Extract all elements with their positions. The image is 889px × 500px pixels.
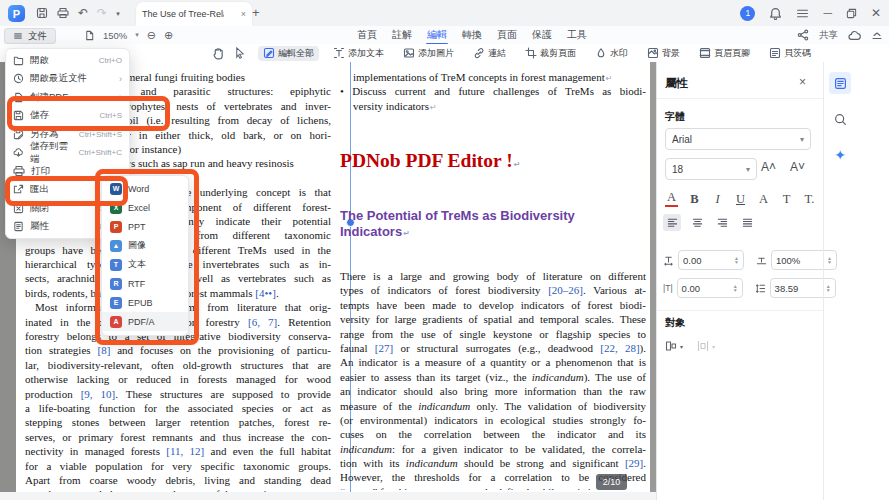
hand-tool-icon[interactable]	[212, 47, 225, 60]
object-section-label: 對象	[665, 316, 685, 330]
h-scale-input[interactable]: 100%▲▼	[771, 250, 837, 270]
share-label[interactable]: 共享	[819, 29, 838, 42]
new-tab-button[interactable]: +	[252, 5, 260, 20]
print-icon[interactable]	[57, 7, 69, 19]
ribbon-tab-頁面[interactable]: 頁面	[496, 26, 518, 44]
increase-font-icon[interactable]: A˄	[761, 160, 776, 174]
document-text-line: versity for large gradients of spatial a…	[340, 312, 646, 326]
sidebar-rail: ✦	[827, 72, 853, 166]
restore-button[interactable]	[846, 8, 857, 19]
highlight-frame-submenu	[95, 169, 199, 345]
document-text-line: nectivity in managed forests [11, 12] an…	[25, 444, 331, 458]
link-button[interactable]: 連結	[468, 46, 511, 61]
save-doc-icon[interactable]	[36, 7, 48, 19]
notification-badge[interactable]: 1	[740, 6, 755, 21]
font-color-button[interactable]: A	[665, 190, 678, 207]
font-size-value: 18	[672, 164, 683, 175]
ribbon-tab-首頁[interactable]: 首頁	[356, 26, 378, 44]
document-text-line: a life-boating function for the associat…	[25, 401, 331, 415]
ribbon-tab-保護[interactable]: 保護	[531, 26, 553, 44]
titlebar: P ↶↷▾ The Use of Tree-Relate... * × + 1 …	[0, 0, 889, 27]
undo-icon[interactable]: ↶	[78, 7, 88, 19]
caret-down-icon[interactable]: ▾	[116, 10, 120, 17]
baseline-shift-icon: |T|	[663, 283, 673, 293]
highlight-frame-save	[7, 96, 170, 131]
italic-button[interactable]: I	[711, 192, 724, 207]
properties-icon	[13, 221, 24, 232]
cloud-icon[interactable]	[848, 29, 861, 42]
baseline-shift-input[interactable]: 0.00▲▼	[677, 278, 743, 298]
bold-button[interactable]: B	[688, 192, 701, 207]
share-icon[interactable]	[797, 29, 809, 41]
search-icon[interactable]	[829, 108, 851, 130]
menu-icon[interactable]	[796, 7, 809, 20]
share-group: 共享	[797, 26, 883, 44]
tab-close-icon[interactable]: ×	[241, 9, 246, 19]
zoom-controls: 150% ▾ ⊖ ⊕	[84, 26, 173, 44]
ribbon-tab-轉換[interactable]: 轉換	[461, 26, 483, 44]
edit-all-icon	[263, 47, 275, 59]
align-right-icon[interactable]	[713, 214, 731, 231]
ai-sparkle-icon[interactable]: ✦	[829, 144, 851, 166]
background-button[interactable]: 背景	[642, 46, 685, 61]
document-text-line: implementations of TreM concepts in fore…	[340, 70, 646, 84]
ribbon-tab-編輯[interactable]: 編輯	[426, 26, 448, 44]
bates-button[interactable]: 貝茨碼	[764, 46, 816, 61]
align-center-icon[interactable]	[688, 214, 706, 231]
decrease-font-icon[interactable]: A˅	[790, 160, 805, 174]
subscript-button[interactable]: T.	[803, 192, 816, 207]
menu-item-開啟最近文件[interactable]: 開啟最近文件›	[6, 70, 129, 89]
document-text-line: easier to assess than its target (viz., …	[340, 370, 646, 384]
divider	[657, 310, 823, 311]
select-tool-icon[interactable]	[234, 47, 245, 59]
page-number-badge: 2/10	[596, 474, 627, 490]
superscript-button[interactable]: T	[780, 192, 793, 207]
add-text-button[interactable]: 添加文本	[328, 46, 389, 61]
close-button[interactable]: ✕	[871, 6, 881, 20]
add-text-icon	[333, 47, 345, 59]
menu-item-儲存到雲端[interactable]: 儲存到雲端Ctrl+Shift+C	[6, 144, 129, 163]
zoom-in-icon[interactable]: ⊕	[164, 29, 173, 42]
text-stroke-button[interactable]: A	[757, 192, 770, 207]
underline-button[interactable]: U	[734, 192, 747, 207]
bell-icon[interactable]	[769, 7, 782, 20]
document-text-line: tempts have been made to develop indicat…	[340, 298, 646, 312]
redo-icon[interactable]: ↷	[97, 7, 107, 19]
chevron-down-icon: ▾	[746, 165, 750, 174]
zoom-level[interactable]: 150%	[103, 30, 127, 41]
zoom-out-icon[interactable]: ⊖	[147, 29, 156, 42]
font-family-value: Arial	[672, 134, 692, 145]
ribbon-tabs: 首頁註解編輯轉換頁面保護工具	[356, 26, 588, 44]
char-spacing-row: 0.00▲▼ 100%▲▼	[663, 250, 837, 270]
object-align-button[interactable]: ▾	[665, 340, 683, 352]
document-text-line: range from the use of single keystone or…	[340, 327, 646, 341]
window-controls: 1 ─ ✕	[740, 0, 881, 26]
watermark-icon	[595, 47, 607, 59]
align-left-icon[interactable]	[663, 214, 681, 231]
align-justify-icon[interactable]	[738, 214, 756, 231]
document-text-line: (or environmental) indicators in ecologi…	[340, 413, 646, 427]
chevron-down-icon: ▾	[800, 135, 804, 144]
ribbon-tab-工具[interactable]: 工具	[566, 26, 588, 44]
ribbon-tab-註解[interactable]: 註解	[391, 26, 413, 44]
collapse-toolbar-icon[interactable]	[871, 29, 883, 41]
char-spacing-input[interactable]: 0.00▲▼	[678, 250, 744, 270]
edit-all-button[interactable]: 編輯全部	[258, 46, 319, 61]
divider	[823, 62, 824, 500]
sidebar-close-icon[interactable]: ×	[799, 75, 806, 89]
minimize-button[interactable]: ─	[823, 6, 832, 20]
menu-item-開啟[interactable]: 開啟Ctrl+O	[6, 51, 129, 70]
font-size-select[interactable]: 18 ▾	[665, 158, 757, 180]
crop-icon	[525, 47, 537, 59]
zoom-caret-icon[interactable]: ▾	[135, 31, 139, 39]
header-footer-button[interactable]: 頁眉頁腳	[694, 46, 755, 61]
line-spacing-input[interactable]: 38.59▲▼	[770, 278, 836, 298]
properties-panel-icon[interactable]	[829, 72, 851, 94]
document-text-line: faunal [27] or structural surrogates (e.…	[340, 341, 646, 355]
document-tab[interactable]: The Use of Tree-Relate... * ×	[136, 2, 252, 26]
add-image-button[interactable]: 添加圖片	[398, 46, 459, 61]
font-family-select[interactable]: Arial ▾	[665, 128, 811, 150]
file-menu-button[interactable]: 文件	[4, 28, 56, 44]
watermark-button[interactable]: 水印	[590, 46, 633, 61]
crop-button[interactable]: 裁剪頁面	[520, 46, 581, 61]
